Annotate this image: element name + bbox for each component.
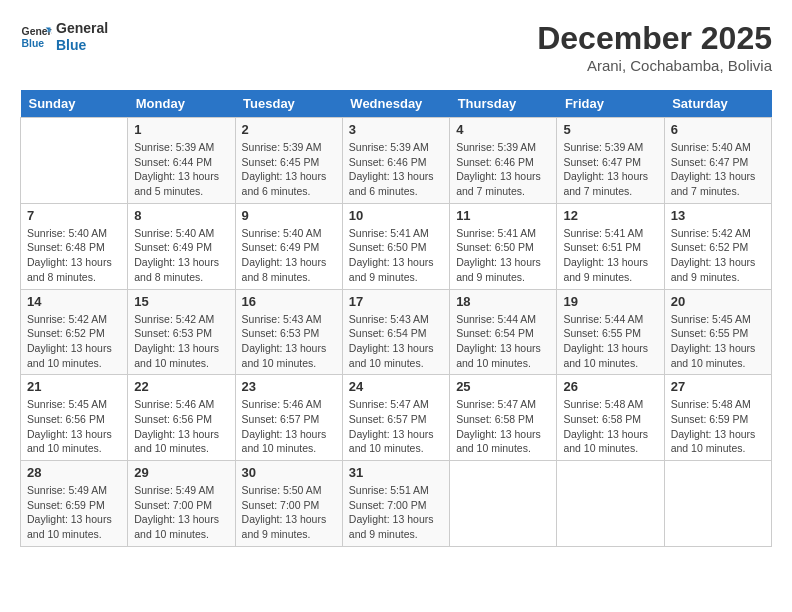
calendar-cell: 8Sunrise: 5:40 AM Sunset: 6:49 PM Daylig… [128, 203, 235, 289]
day-number: 12 [563, 208, 657, 223]
weekday-header-sunday: Sunday [21, 90, 128, 118]
calendar-cell: 19Sunrise: 5:44 AM Sunset: 6:55 PM Dayli… [557, 289, 664, 375]
calendar-cell: 10Sunrise: 5:41 AM Sunset: 6:50 PM Dayli… [342, 203, 449, 289]
calendar-cell: 5Sunrise: 5:39 AM Sunset: 6:47 PM Daylig… [557, 118, 664, 204]
calendar-cell: 14Sunrise: 5:42 AM Sunset: 6:52 PM Dayli… [21, 289, 128, 375]
day-number: 5 [563, 122, 657, 137]
calendar-cell: 9Sunrise: 5:40 AM Sunset: 6:49 PM Daylig… [235, 203, 342, 289]
day-number: 30 [242, 465, 336, 480]
calendar-cell: 6Sunrise: 5:40 AM Sunset: 6:47 PM Daylig… [664, 118, 771, 204]
day-info: Sunrise: 5:48 AM Sunset: 6:59 PM Dayligh… [671, 397, 765, 456]
page-header: General Blue General Blue December 2025 … [20, 20, 772, 74]
calendar-cell: 3Sunrise: 5:39 AM Sunset: 6:46 PM Daylig… [342, 118, 449, 204]
weekday-header-friday: Friday [557, 90, 664, 118]
calendar-week-3: 14Sunrise: 5:42 AM Sunset: 6:52 PM Dayli… [21, 289, 772, 375]
day-number: 27 [671, 379, 765, 394]
month-title: December 2025 [537, 20, 772, 57]
day-info: Sunrise: 5:48 AM Sunset: 6:58 PM Dayligh… [563, 397, 657, 456]
day-number: 18 [456, 294, 550, 309]
day-info: Sunrise: 5:45 AM Sunset: 6:56 PM Dayligh… [27, 397, 121, 456]
day-info: Sunrise: 5:44 AM Sunset: 6:55 PM Dayligh… [563, 312, 657, 371]
day-number: 21 [27, 379, 121, 394]
day-number: 22 [134, 379, 228, 394]
calendar-week-1: 1Sunrise: 5:39 AM Sunset: 6:44 PM Daylig… [21, 118, 772, 204]
day-number: 15 [134, 294, 228, 309]
calendar-cell: 13Sunrise: 5:42 AM Sunset: 6:52 PM Dayli… [664, 203, 771, 289]
day-number: 4 [456, 122, 550, 137]
calendar-cell: 29Sunrise: 5:49 AM Sunset: 7:00 PM Dayli… [128, 461, 235, 547]
day-info: Sunrise: 5:42 AM Sunset: 6:53 PM Dayligh… [134, 312, 228, 371]
logo-line2: Blue [56, 37, 108, 54]
calendar-cell: 16Sunrise: 5:43 AM Sunset: 6:53 PM Dayli… [235, 289, 342, 375]
calendar-cell: 12Sunrise: 5:41 AM Sunset: 6:51 PM Dayli… [557, 203, 664, 289]
day-info: Sunrise: 5:50 AM Sunset: 7:00 PM Dayligh… [242, 483, 336, 542]
day-info: Sunrise: 5:42 AM Sunset: 6:52 PM Dayligh… [27, 312, 121, 371]
day-info: Sunrise: 5:40 AM Sunset: 6:48 PM Dayligh… [27, 226, 121, 285]
calendar-cell: 1Sunrise: 5:39 AM Sunset: 6:44 PM Daylig… [128, 118, 235, 204]
day-number: 17 [349, 294, 443, 309]
calendar-cell: 7Sunrise: 5:40 AM Sunset: 6:48 PM Daylig… [21, 203, 128, 289]
day-info: Sunrise: 5:51 AM Sunset: 7:00 PM Dayligh… [349, 483, 443, 542]
day-info: Sunrise: 5:47 AM Sunset: 6:58 PM Dayligh… [456, 397, 550, 456]
day-info: Sunrise: 5:43 AM Sunset: 6:54 PM Dayligh… [349, 312, 443, 371]
day-info: Sunrise: 5:39 AM Sunset: 6:47 PM Dayligh… [563, 140, 657, 199]
day-info: Sunrise: 5:45 AM Sunset: 6:55 PM Dayligh… [671, 312, 765, 371]
day-info: Sunrise: 5:41 AM Sunset: 6:51 PM Dayligh… [563, 226, 657, 285]
calendar-week-2: 7Sunrise: 5:40 AM Sunset: 6:48 PM Daylig… [21, 203, 772, 289]
weekday-header-monday: Monday [128, 90, 235, 118]
calendar-week-4: 21Sunrise: 5:45 AM Sunset: 6:56 PM Dayli… [21, 375, 772, 461]
calendar-cell: 17Sunrise: 5:43 AM Sunset: 6:54 PM Dayli… [342, 289, 449, 375]
day-number: 29 [134, 465, 228, 480]
calendar-cell [450, 461, 557, 547]
calendar-cell: 28Sunrise: 5:49 AM Sunset: 6:59 PM Dayli… [21, 461, 128, 547]
day-info: Sunrise: 5:47 AM Sunset: 6:57 PM Dayligh… [349, 397, 443, 456]
calendar-cell: 31Sunrise: 5:51 AM Sunset: 7:00 PM Dayli… [342, 461, 449, 547]
logo: General Blue General Blue [20, 20, 108, 54]
day-number: 23 [242, 379, 336, 394]
day-number: 16 [242, 294, 336, 309]
calendar-cell [21, 118, 128, 204]
calendar-table: SundayMondayTuesdayWednesdayThursdayFrid… [20, 90, 772, 547]
weekday-header-wednesday: Wednesday [342, 90, 449, 118]
day-info: Sunrise: 5:49 AM Sunset: 7:00 PM Dayligh… [134, 483, 228, 542]
day-info: Sunrise: 5:41 AM Sunset: 6:50 PM Dayligh… [349, 226, 443, 285]
day-number: 3 [349, 122, 443, 137]
calendar-cell [664, 461, 771, 547]
day-number: 10 [349, 208, 443, 223]
day-number: 20 [671, 294, 765, 309]
calendar-cell: 20Sunrise: 5:45 AM Sunset: 6:55 PM Dayli… [664, 289, 771, 375]
day-number: 7 [27, 208, 121, 223]
svg-text:Blue: Blue [22, 37, 45, 48]
calendar-cell: 11Sunrise: 5:41 AM Sunset: 6:50 PM Dayli… [450, 203, 557, 289]
calendar-cell: 4Sunrise: 5:39 AM Sunset: 6:46 PM Daylig… [450, 118, 557, 204]
logo-icon: General Blue [20, 21, 52, 53]
calendar-cell: 27Sunrise: 5:48 AM Sunset: 6:59 PM Dayli… [664, 375, 771, 461]
day-number: 2 [242, 122, 336, 137]
calendar-cell: 2Sunrise: 5:39 AM Sunset: 6:45 PM Daylig… [235, 118, 342, 204]
calendar-cell: 23Sunrise: 5:46 AM Sunset: 6:57 PM Dayli… [235, 375, 342, 461]
day-info: Sunrise: 5:39 AM Sunset: 6:45 PM Dayligh… [242, 140, 336, 199]
day-number: 31 [349, 465, 443, 480]
day-number: 9 [242, 208, 336, 223]
weekday-header-row: SundayMondayTuesdayWednesdayThursdayFrid… [21, 90, 772, 118]
weekday-header-saturday: Saturday [664, 90, 771, 118]
logo-line1: General [56, 20, 108, 37]
calendar-week-5: 28Sunrise: 5:49 AM Sunset: 6:59 PM Dayli… [21, 461, 772, 547]
calendar-cell: 21Sunrise: 5:45 AM Sunset: 6:56 PM Dayli… [21, 375, 128, 461]
day-info: Sunrise: 5:46 AM Sunset: 6:56 PM Dayligh… [134, 397, 228, 456]
calendar-cell: 24Sunrise: 5:47 AM Sunset: 6:57 PM Dayli… [342, 375, 449, 461]
location-subtitle: Arani, Cochabamba, Bolivia [537, 57, 772, 74]
day-number: 14 [27, 294, 121, 309]
day-info: Sunrise: 5:39 AM Sunset: 6:46 PM Dayligh… [349, 140, 443, 199]
calendar-cell: 26Sunrise: 5:48 AM Sunset: 6:58 PM Dayli… [557, 375, 664, 461]
day-number: 19 [563, 294, 657, 309]
calendar-cell: 25Sunrise: 5:47 AM Sunset: 6:58 PM Dayli… [450, 375, 557, 461]
day-number: 25 [456, 379, 550, 394]
day-info: Sunrise: 5:41 AM Sunset: 6:50 PM Dayligh… [456, 226, 550, 285]
weekday-header-thursday: Thursday [450, 90, 557, 118]
day-number: 11 [456, 208, 550, 223]
calendar-cell: 30Sunrise: 5:50 AM Sunset: 7:00 PM Dayli… [235, 461, 342, 547]
calendar-cell: 22Sunrise: 5:46 AM Sunset: 6:56 PM Dayli… [128, 375, 235, 461]
day-info: Sunrise: 5:40 AM Sunset: 6:49 PM Dayligh… [134, 226, 228, 285]
day-info: Sunrise: 5:40 AM Sunset: 6:47 PM Dayligh… [671, 140, 765, 199]
